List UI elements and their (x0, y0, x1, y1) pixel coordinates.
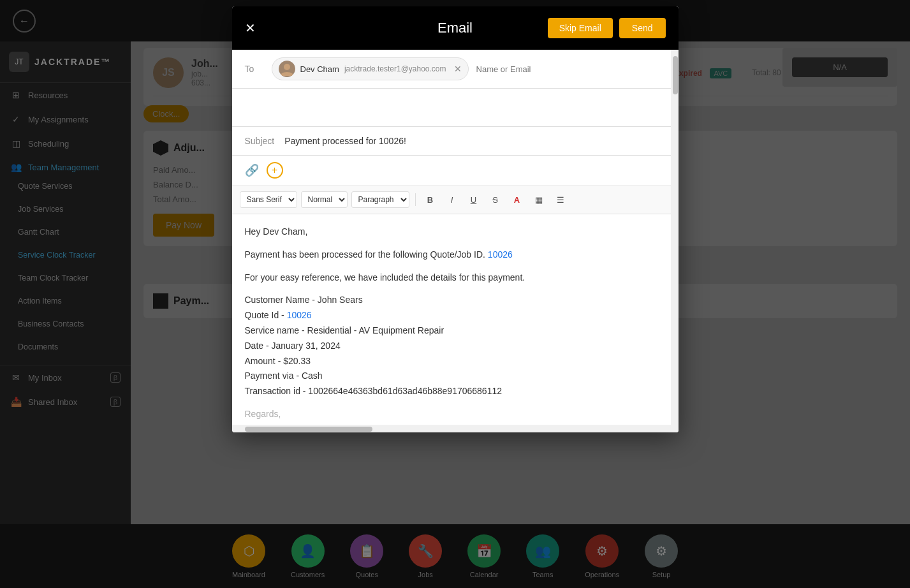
font-size-select[interactable]: Normal (301, 191, 348, 208)
list-button[interactable]: ☰ (552, 191, 569, 209)
recipient-chip: Dev Cham jacktrade.tester1@yahoo.com ✕ (272, 57, 469, 80)
greeting-text: Hey Dev Cham, (245, 224, 666, 240)
quote-id-link[interactable]: 10026 (287, 310, 312, 320)
toolbar-divider-1 (415, 193, 416, 206)
email-modal-overlay: ✕ Email Skip Email Send To (0, 0, 910, 588)
attachment-icon[interactable]: 🔗 (245, 163, 259, 177)
underline-button[interactable]: U (465, 191, 483, 209)
modal-close-button[interactable]: ✕ (245, 20, 256, 36)
regards-line: Regards, (245, 407, 666, 422)
italic-button[interactable]: I (443, 191, 461, 209)
modal-scrollbar[interactable] (671, 50, 679, 432)
send-button[interactable]: Send (619, 18, 666, 38)
email-modal: ✕ Email Skip Email Send To (232, 6, 679, 432)
modal-title: Email (437, 20, 473, 36)
skip-email-button[interactable]: Skip Email (548, 18, 613, 38)
modal-hscroll[interactable] (232, 425, 679, 432)
to-label: To (245, 64, 264, 74)
payment-via-line: Payment via - Cash (245, 369, 666, 384)
recipient-avatar (279, 61, 295, 77)
amount-line: Amount - $20.33 (245, 354, 666, 369)
date-line: Date - January 31, 2024 (245, 339, 666, 354)
recipient-input[interactable] (476, 64, 666, 74)
subject-value: Payment processed for 10026! (284, 136, 406, 146)
attachment-row: 🔗 + (232, 156, 679, 186)
recipient-email: jacktrade.tester1@yahoo.com (344, 64, 446, 73)
modal-header-buttons: Skip Email Send (548, 18, 666, 38)
compose-area-spacer (232, 89, 679, 127)
job-id-link[interactable]: 10026 (488, 249, 513, 260)
customer-name-line: Customer Name - John Sears (245, 293, 666, 308)
recipient-name: Dev Cham (300, 64, 339, 74)
subject-row: Subject Payment processed for 10026! (232, 127, 679, 156)
strikethrough-button[interactable]: S (487, 191, 504, 209)
highlight-button[interactable]: ▦ (530, 191, 548, 209)
email-body: Hey Dev Cham, Payment has been processed… (232, 214, 679, 432)
modal-header: ✕ Email Skip Email Send (232, 6, 679, 50)
quote-id-line: Quote Id - 10026 (245, 308, 666, 323)
font-family-select[interactable]: Sans Serif (240, 191, 297, 208)
body-line2: For your easy reference, we have include… (245, 270, 666, 286)
recipient-remove-button[interactable]: ✕ (454, 64, 462, 74)
add-attachment-button[interactable]: + (267, 162, 283, 179)
transaction-id-line: Transaction id - 1002664e46363bd61d63ad4… (245, 384, 666, 399)
subject-label: Subject (245, 136, 275, 146)
modal-scroll-thumb (673, 56, 678, 94)
modal-hscroll-thumb (245, 427, 372, 432)
email-to-row: To Dev Cham jacktrade.tester1@yahoo.com … (232, 50, 679, 89)
font-color-button[interactable]: A (508, 191, 526, 209)
svg-point-3 (284, 64, 290, 70)
modal-body: To Dev Cham jacktrade.tester1@yahoo.com … (232, 50, 679, 432)
body-line1: Payment has been processed for the follo… (245, 247, 666, 263)
bold-button[interactable]: B (422, 191, 439, 209)
paragraph-select[interactable]: Paragraph (351, 191, 409, 208)
email-toolbar: Sans Serif Normal Paragraph B I U S A ▦ … (232, 186, 679, 214)
service-name-line: Service name - Residential - AV Equipmen… (245, 323, 666, 339)
